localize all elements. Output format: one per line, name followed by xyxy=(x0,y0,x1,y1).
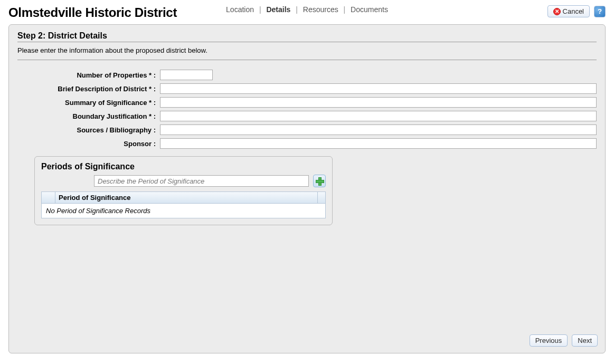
tab-bar: Location | Details | Resources | Documen… xyxy=(226,5,388,14)
main-panel: Step 2: District Details Please enter th… xyxy=(8,24,606,353)
tab-details[interactable]: Details xyxy=(266,5,290,14)
sources-input[interactable] xyxy=(160,124,597,135)
page-title: Olmstedville Historic District xyxy=(8,5,177,20)
cancel-button[interactable]: ✕ Cancel xyxy=(547,5,590,17)
sponsor-input[interactable] xyxy=(160,138,597,149)
summary-significance-input[interactable] xyxy=(160,97,597,108)
brief-description-input[interactable] xyxy=(160,83,597,94)
periods-input-row xyxy=(41,175,326,187)
field-row-summary-significance: Summary of Significance * : xyxy=(17,97,597,108)
periods-grid: Period of Significance No Period of Sign… xyxy=(41,191,326,218)
num-properties-input[interactable] xyxy=(160,70,213,80)
field-row-sources: Sources / Bibliography : xyxy=(17,124,597,135)
summary-significance-label: Summary of Significance * : xyxy=(17,99,160,107)
periods-panel: Periods of Significance Period of Signif… xyxy=(34,156,333,225)
field-row-num-properties: Number of Properties * : xyxy=(17,70,597,80)
grid-empty-text: No Period of Significance Records xyxy=(42,204,325,218)
grid-header: Period of Significance xyxy=(42,192,325,204)
sources-label: Sources / Bibliography : xyxy=(17,126,160,134)
field-row-sponsor: Sponsor : xyxy=(17,138,597,149)
periods-title: Periods of Significance xyxy=(41,162,326,171)
tab-location[interactable]: Location xyxy=(226,5,254,14)
close-icon: ✕ xyxy=(553,8,561,15)
grid-col-end xyxy=(318,192,325,203)
grid-col-blank xyxy=(42,192,55,203)
instructions: Please enter the information about the p… xyxy=(17,46,597,60)
panel-footer: Previous Next xyxy=(530,334,598,347)
field-row-brief-description: Brief Description of District * : xyxy=(17,83,597,94)
help-icon: ? xyxy=(598,7,602,15)
cancel-label: Cancel xyxy=(563,7,584,15)
step-title: Step 2: District Details xyxy=(17,31,597,42)
next-button[interactable]: Next xyxy=(572,334,598,347)
num-properties-label: Number of Properties * : xyxy=(17,71,160,79)
previous-button[interactable]: Previous xyxy=(530,334,568,347)
boundary-justification-label: Boundary Justification * : xyxy=(17,112,160,120)
brief-description-label: Brief Description of District * : xyxy=(17,85,160,93)
tab-documents[interactable]: Documents xyxy=(351,5,388,14)
tab-resources[interactable]: Resources xyxy=(303,5,338,14)
plus-icon xyxy=(316,177,323,185)
sponsor-label: Sponsor : xyxy=(17,140,160,148)
field-row-boundary-justification: Boundary Justification * : xyxy=(17,111,597,121)
period-description-input[interactable] xyxy=(94,175,309,187)
top-actions: ✕ Cancel ? xyxy=(547,5,606,17)
add-period-button[interactable] xyxy=(313,175,326,187)
help-button[interactable]: ? xyxy=(594,6,606,17)
boundary-justification-input[interactable] xyxy=(160,111,597,121)
grid-col-period: Period of Significance xyxy=(55,192,318,203)
page-header: Olmstedville Historic District Location … xyxy=(8,5,606,20)
